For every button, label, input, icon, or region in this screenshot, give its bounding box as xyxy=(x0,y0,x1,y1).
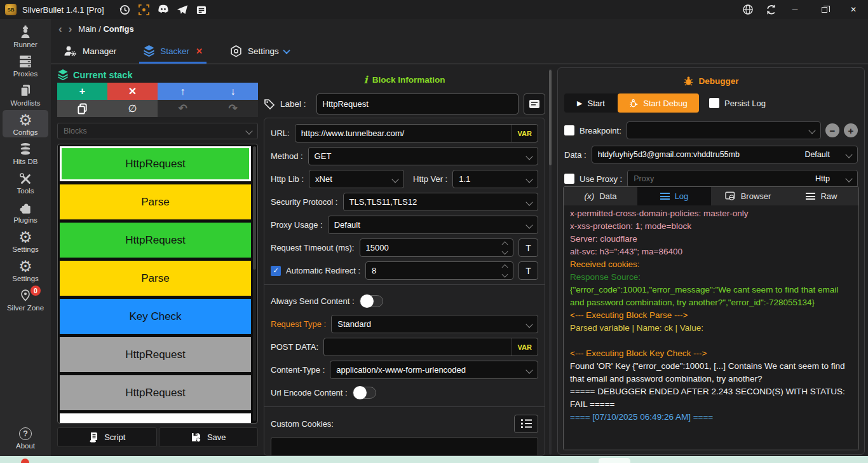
check-icon: ✓ xyxy=(273,266,278,275)
security-protocol-dropdown[interactable]: TLS,TLS11,TLS12 xyxy=(343,193,539,211)
post-data-var-button[interactable]: VAR xyxy=(512,338,532,356)
config-tab-bar: Manager Stacker ✕ Settings xyxy=(51,39,868,64)
timeout-t-button[interactable]: T xyxy=(519,238,538,257)
label-notes-button[interactable] xyxy=(524,93,545,114)
sidebar-item-settings-sb[interactable]: ⚙ Settings xyxy=(3,227,48,254)
data-input[interactable]: htdyfuyhiy5d3@gmail.com:vhddtru55mb Defa… xyxy=(592,146,858,163)
http-lib-dropdown[interactable]: xNet xyxy=(309,170,404,188)
delete-block-button[interactable]: ✕ xyxy=(107,83,158,100)
divider xyxy=(264,284,545,285)
auto-redirect-input[interactable]: 8 xyxy=(365,261,513,280)
stack-block[interactable] xyxy=(60,413,251,424)
maximize-button[interactable] xyxy=(810,0,839,19)
cookies-list-button[interactable] xyxy=(514,415,538,433)
sidebar-item-settings-core[interactable]: ⚙ Settings xyxy=(3,256,48,284)
debug-log[interactable]: x-permitted-cross-domain-policies: maste… xyxy=(564,205,858,450)
chevron-down-icon xyxy=(283,46,290,53)
request-type-dropdown[interactable]: Standard xyxy=(331,315,538,333)
tab-data[interactable]: (x) Data xyxy=(564,187,637,205)
save-button[interactable]: Save xyxy=(159,427,259,447)
url-input[interactable]: https://www.tunnelbear.com/ VAR xyxy=(295,124,538,142)
proxy-usage-dropdown[interactable]: Default xyxy=(328,216,538,234)
content-type-dropdown[interactable]: application/x-www-form-urlencoded xyxy=(330,361,538,379)
auto-redirect-checkbox[interactable]: ✓ xyxy=(271,266,281,276)
spinner-icon[interactable] xyxy=(503,242,507,254)
tab-stacker-close-icon[interactable]: ✕ xyxy=(196,46,203,56)
clone-block-button[interactable] xyxy=(57,100,107,117)
stack-block[interactable]: HttpRequest xyxy=(60,375,251,410)
sidebar-item-runner[interactable]: Runner xyxy=(3,22,48,50)
url-var-button[interactable]: VAR xyxy=(512,125,532,142)
sidebar-item-configs[interactable]: ⚙ Configs xyxy=(3,110,48,137)
stack-block[interactable]: HttpRequest xyxy=(60,337,251,372)
request-timeout-input[interactable]: 15000 xyxy=(360,238,514,257)
http-ver-dropdown[interactable]: 1.1 xyxy=(452,170,538,188)
custom-cookies-textarea[interactable] xyxy=(271,437,538,456)
sidebar-item-hits-db[interactable]: Hits DB xyxy=(3,139,48,167)
tab-log[interactable]: Log xyxy=(637,187,711,205)
move-block-down-button[interactable]: ↓ xyxy=(208,83,258,100)
nav-back-icon[interactable]: ‹ xyxy=(58,24,62,34)
chevron-down-icon xyxy=(526,321,532,328)
url-encode-row: Url Encode Content : xyxy=(271,384,538,402)
redirect-t-button[interactable]: T xyxy=(519,261,538,280)
method-dropdown[interactable]: GET xyxy=(308,147,538,165)
screenshot-icon[interactable] xyxy=(135,0,154,19)
data-value: htdyfuyhiy5d3@gmail.com:vhddtru55mb xyxy=(598,150,805,159)
sidebar-item-tools[interactable]: Tools xyxy=(3,169,48,196)
stack-block[interactable]: HttpRequest xyxy=(60,223,251,258)
label-input[interactable]: HttpRequest xyxy=(316,93,519,114)
redo-button[interactable]: ↷ xyxy=(208,100,258,117)
undo-button[interactable]: ↶ xyxy=(158,100,208,117)
tab-browser[interactable]: Browser xyxy=(711,187,785,205)
blocks-dropdown[interactable]: Blocks xyxy=(57,123,258,139)
raw-lines-icon xyxy=(806,193,815,200)
start-debug-button[interactable]: Start Debug xyxy=(618,93,699,113)
breadcrumb-prefix: Main / xyxy=(78,24,100,34)
start-button[interactable]: ▶ Start xyxy=(564,93,618,113)
sidebar-item-proxies[interactable]: Proxies xyxy=(3,52,48,79)
breakpoint-checkbox[interactable] xyxy=(564,125,574,135)
log-line: <--- Executing Block Parse ---> xyxy=(570,309,852,322)
panel-scrollbar[interactable] xyxy=(549,69,552,455)
sync-icon[interactable] xyxy=(761,0,780,19)
stack-block[interactable]: Key Check xyxy=(60,299,251,334)
add-block-button[interactable]: + xyxy=(57,83,107,100)
sidebar-item-about[interactable]: ? About xyxy=(3,424,48,451)
post-data-input[interactable]: VAR xyxy=(323,338,538,356)
add-breakpoint-button[interactable]: + xyxy=(844,123,858,137)
sidebar-item-wordlists[interactable]: Wordlists xyxy=(3,81,48,108)
remove-breakpoint-button[interactable]: − xyxy=(825,123,839,137)
disable-block-button[interactable]: ∅ xyxy=(107,100,158,117)
chevron-down-icon xyxy=(808,127,815,134)
tab-manager[interactable]: Manager xyxy=(60,39,120,64)
tab-stacker[interactable]: Stacker ✕ xyxy=(139,39,207,64)
tab-settings[interactable]: Settings xyxy=(226,39,293,64)
stack-block[interactable]: Parse xyxy=(60,184,251,219)
titlebar: SB SilverBullet 1.4.1 [Pro] ─ ✕ xyxy=(0,0,868,19)
sidebar-item-silver-zone[interactable]: 0 Silver Zone xyxy=(3,286,48,313)
proxy-input[interactable]: Proxy Http xyxy=(627,170,858,188)
use-proxy-checkbox[interactable] xyxy=(564,174,574,184)
telegram-icon[interactable] xyxy=(173,0,192,19)
script-button[interactable]: Script xyxy=(57,427,157,447)
auto-redirect-row: ✓ Automatic Redirect : 8 T xyxy=(271,261,538,280)
close-button[interactable]: ✕ xyxy=(839,0,868,19)
minimize-button[interactable]: ─ xyxy=(780,0,810,19)
breakpoint-dropdown[interactable] xyxy=(627,121,821,139)
stack-block[interactable]: HttpRequest xyxy=(60,146,251,181)
spinner-icon[interactable] xyxy=(503,265,507,277)
stack-block[interactable]: Parse xyxy=(60,261,251,296)
globe-icon[interactable] xyxy=(738,0,757,19)
sidebar-item-plugins[interactable]: Plugins xyxy=(3,198,48,225)
persist-log-checkbox[interactable] xyxy=(709,98,719,108)
news-icon[interactable] xyxy=(192,0,211,19)
move-block-up-button[interactable]: ↑ xyxy=(158,83,208,100)
block-list-scrollbar[interactable] xyxy=(253,146,256,421)
tab-raw[interactable]: Raw xyxy=(785,187,858,205)
discord-icon[interactable] xyxy=(154,0,173,19)
url-encode-toggle[interactable] xyxy=(353,387,376,399)
nav-forward-icon[interactable]: › xyxy=(69,24,72,34)
history-icon[interactable] xyxy=(116,0,135,19)
always-send-toggle[interactable] xyxy=(360,295,383,307)
